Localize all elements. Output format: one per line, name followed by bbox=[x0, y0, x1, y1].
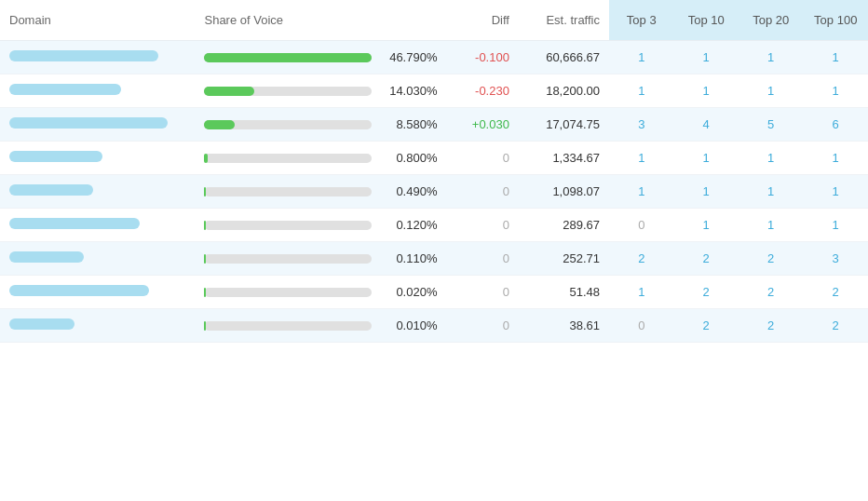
top3-cell: 1 bbox=[609, 276, 673, 309]
traffic-cell: 17,074.75 bbox=[519, 108, 609, 142]
traffic-cell: 38.61 bbox=[519, 309, 609, 343]
diff-cell: 0 bbox=[452, 142, 519, 175]
table-row: 0.800%01,334.671111 bbox=[0, 142, 868, 175]
traffic-cell: 1,334.67 bbox=[519, 142, 609, 175]
sov-cell: 14.030% bbox=[195, 74, 452, 108]
diff-cell: -0.100 bbox=[452, 41, 519, 74]
top10-cell: 2 bbox=[673, 309, 738, 343]
domain-cell bbox=[0, 142, 195, 175]
top100-cell: 3 bbox=[803, 242, 868, 276]
top100-cell: 1 bbox=[803, 175, 868, 209]
sov-percent: 0.110% bbox=[379, 251, 437, 265]
sov-percent: 0.010% bbox=[379, 318, 437, 332]
col-top100: Top 100 bbox=[803, 0, 868, 41]
traffic-cell: 18,200.00 bbox=[519, 74, 609, 108]
top20-cell: 1 bbox=[739, 41, 803, 74]
top3-cell: 1 bbox=[609, 142, 673, 175]
top10-cell: 4 bbox=[673, 108, 738, 142]
domain-cell bbox=[0, 41, 195, 74]
traffic-cell: 252.71 bbox=[519, 242, 609, 276]
top100-cell: 1 bbox=[803, 41, 868, 74]
top100-cell: 1 bbox=[803, 142, 868, 175]
top3-cell: 3 bbox=[609, 108, 673, 142]
top10-cell: 1 bbox=[673, 74, 738, 108]
top3-cell: 1 bbox=[609, 175, 673, 209]
main-table-container: Domain Share of Voice Diff Est. traffic … bbox=[0, 0, 868, 343]
top20-cell: 1 bbox=[739, 175, 803, 209]
top3-cell: 1 bbox=[609, 41, 673, 74]
traffic-cell: 1,098.07 bbox=[519, 175, 609, 209]
diff-cell: 0 bbox=[452, 175, 519, 209]
table-row: 0.120%0289.670111 bbox=[0, 209, 868, 242]
col-traffic: Est. traffic bbox=[519, 0, 609, 41]
sov-cell: 0.020% bbox=[195, 276, 452, 309]
table-row: 0.490%01,098.071111 bbox=[0, 175, 868, 209]
table-row: 0.020%051.481222 bbox=[0, 276, 868, 309]
top3-cell: 2 bbox=[609, 242, 673, 276]
traffic-cell: 60,666.67 bbox=[519, 41, 609, 74]
domain-cell bbox=[0, 209, 195, 242]
sov-table: Domain Share of Voice Diff Est. traffic … bbox=[0, 0, 868, 343]
top3-cell: 0 bbox=[609, 209, 673, 242]
table-row: 14.030%-0.23018,200.001111 bbox=[0, 74, 868, 108]
top20-cell: 1 bbox=[739, 142, 803, 175]
diff-cell: -0.230 bbox=[452, 74, 519, 108]
top10-cell: 1 bbox=[673, 41, 738, 74]
sov-cell: 0.800% bbox=[195, 142, 452, 175]
diff-cell: 0 bbox=[452, 276, 519, 309]
sov-cell: 0.110% bbox=[195, 242, 452, 276]
col-top20: Top 20 bbox=[739, 0, 803, 41]
diff-cell: 0 bbox=[452, 242, 519, 276]
sov-percent: 0.800% bbox=[379, 151, 437, 165]
sov-cell: 0.010% bbox=[195, 309, 452, 343]
sov-cell: 0.120% bbox=[195, 209, 452, 242]
top20-cell: 1 bbox=[739, 209, 803, 242]
table-row: 0.110%0252.712223 bbox=[0, 242, 868, 276]
top100-cell: 1 bbox=[803, 74, 868, 108]
sov-percent: 0.020% bbox=[379, 285, 437, 299]
sov-cell: 46.790% bbox=[195, 41, 452, 74]
sov-cell: 8.580% bbox=[195, 108, 452, 142]
diff-cell: 0 bbox=[452, 209, 519, 242]
top10-cell: 2 bbox=[673, 276, 738, 309]
table-row: 0.010%038.610222 bbox=[0, 309, 868, 343]
sov-percent: 14.030% bbox=[379, 84, 437, 98]
top10-cell: 2 bbox=[673, 242, 738, 276]
top3-cell: 1 bbox=[609, 74, 673, 108]
diff-cell: 0 bbox=[452, 309, 519, 343]
top100-cell: 2 bbox=[803, 276, 868, 309]
top10-cell: 1 bbox=[673, 175, 738, 209]
sov-percent: 46.790% bbox=[379, 50, 437, 64]
domain-cell bbox=[0, 242, 195, 276]
top100-cell: 2 bbox=[803, 309, 868, 343]
sov-cell: 0.490% bbox=[195, 175, 452, 209]
domain-cell bbox=[0, 108, 195, 142]
top20-cell: 5 bbox=[739, 108, 803, 142]
col-top3: Top 3 bbox=[609, 0, 673, 41]
table-row: 8.580%+0.03017,074.753456 bbox=[0, 108, 868, 142]
sov-percent: 8.580% bbox=[379, 117, 437, 131]
col-domain: Domain bbox=[0, 0, 195, 41]
top20-cell: 1 bbox=[739, 74, 803, 108]
top10-cell: 1 bbox=[673, 209, 738, 242]
sov-percent: 0.120% bbox=[379, 218, 437, 232]
traffic-cell: 289.67 bbox=[519, 209, 609, 242]
sov-percent: 0.490% bbox=[379, 184, 437, 198]
top20-cell: 2 bbox=[739, 242, 803, 276]
top3-cell: 0 bbox=[609, 309, 673, 343]
col-diff: Diff bbox=[452, 0, 519, 41]
domain-cell bbox=[0, 309, 195, 343]
domain-cell bbox=[0, 175, 195, 209]
top10-cell: 1 bbox=[673, 142, 738, 175]
col-top10: Top 10 bbox=[673, 0, 738, 41]
top100-cell: 6 bbox=[803, 108, 868, 142]
col-sov: Share of Voice bbox=[195, 0, 452, 41]
top100-cell: 1 bbox=[803, 209, 868, 242]
diff-cell: +0.030 bbox=[452, 108, 519, 142]
domain-cell bbox=[0, 276, 195, 309]
domain-cell bbox=[0, 74, 195, 108]
table-row: 46.790%-0.10060,666.671111 bbox=[0, 41, 868, 74]
top20-cell: 2 bbox=[739, 309, 803, 343]
traffic-cell: 51.48 bbox=[519, 276, 609, 309]
top20-cell: 2 bbox=[739, 276, 803, 309]
